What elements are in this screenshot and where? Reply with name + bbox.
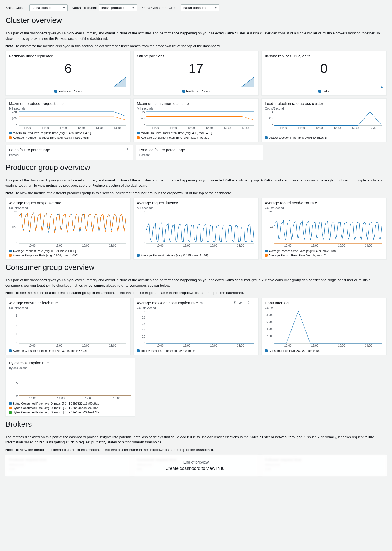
svg-text:12:00: 12:00 <box>60 126 67 129</box>
svg-text:12:00: 12:00 <box>316 126 323 129</box>
big-number: 6 <box>9 61 127 76</box>
svg-text:12:00: 12:00 <box>338 244 345 247</box>
more-icon[interactable]: ⋮ <box>128 361 132 365</box>
cluster-row-2: Maximum producer request time⋮ Milliseco… <box>5 98 387 142</box>
svg-text:13:00: 13:00 <box>365 344 372 347</box>
more-icon[interactable]: ⋮ <box>251 301 255 305</box>
filter-cluster: Kafka Cluster: kafka-cluster <box>5 4 68 11</box>
svg-text:3: 3 <box>16 314 17 317</box>
legend-swatch <box>318 90 321 93</box>
svg-text:8,000: 8,000 <box>266 313 273 316</box>
panel-max-consumer-time: Maximum consumer fetch time⋮ Millisecond… <box>133 98 259 142</box>
more-icon[interactable]: ⋮ <box>251 101 255 105</box>
refresh-icon[interactable]: ⟳ <box>239 301 242 305</box>
panel-isr-delta: In-sync replicas (ISR) delta⋮ 0 Delta <box>261 51 387 96</box>
svg-text:13:30: 13:30 <box>114 126 121 129</box>
more-icon[interactable]: ⋮ <box>251 201 255 205</box>
more-icon[interactable]: ⋮ <box>379 301 383 305</box>
producer-dropdown[interactable]: kafka-producer <box>99 4 137 11</box>
edit-icon[interactable]: ✎ <box>200 301 203 305</box>
more-icon[interactable]: ⋮ <box>379 54 383 58</box>
panel-avg-msg-consumption: Average message consumption rate✎ ⎘ ⟳ ⛶ … <box>133 298 259 355</box>
big-number: 0 <box>265 61 383 76</box>
svg-text:13:00: 13:00 <box>96 126 103 129</box>
cluster-desc: This part of the dashboard gives you a h… <box>5 31 387 41</box>
svg-text:12:00: 12:00 <box>210 244 217 247</box>
svg-text:13:00: 13:00 <box>223 126 231 129</box>
producer-note: Note: To view the metrics of a different… <box>5 190 387 196</box>
consumer-desc: This part of the dashboard gives you a h… <box>5 277 387 288</box>
more-icon[interactable]: ⋮ <box>379 101 383 105</box>
panel-title: Maximum consumer fetch time <box>137 101 189 106</box>
svg-text:10:00: 10:00 <box>157 244 164 247</box>
svg-text:10:00: 10:00 <box>29 344 36 347</box>
divider <box>5 27 387 27</box>
svg-text:0: 0 <box>144 124 145 127</box>
svg-text:12:30: 12:30 <box>78 126 85 129</box>
svg-text:0: 0 <box>272 342 273 345</box>
more-icon[interactable]: ⋮ <box>123 301 127 305</box>
svg-text:1.1: 1.1 <box>14 211 18 213</box>
panel-produce-failure: Produce failure percentage⋮ Percent <box>136 145 264 160</box>
svg-text:12:00: 12:00 <box>188 126 195 129</box>
brokers-row: Producer request time Millisecond 3.00 C… <box>5 455 387 476</box>
copy-icon[interactable]: ⎘ <box>234 301 236 305</box>
filter-consumer: Kafka Consumer Group: kafka-consumer <box>141 4 219 11</box>
svg-text:11:00: 11:00 <box>183 244 190 247</box>
svg-text:0: 0 <box>16 342 17 345</box>
more-icon[interactable]: ⋮ <box>123 101 127 105</box>
svg-text:13:00: 13:00 <box>113 397 120 400</box>
big-number: 17 <box>137 61 255 76</box>
svg-text:0.4: 0.4 <box>142 329 146 332</box>
more-icon[interactable]: ⋮ <box>126 148 130 152</box>
svg-text:12:00: 12:00 <box>82 244 89 247</box>
panel-title: In-sync replicas (ISR) delta <box>265 54 311 58</box>
cluster-row-3: Fetch failure percentage⋮ Percent Produc… <box>5 145 387 160</box>
svg-text:13:00: 13:00 <box>237 344 244 347</box>
svg-text:10:00: 10:00 <box>284 344 292 347</box>
more-icon[interactable]: ⋮ <box>379 201 383 205</box>
panel-max-producer-time: Maximum producer request time⋮ Milliseco… <box>5 98 131 142</box>
svg-text:11:30: 11:30 <box>42 126 49 129</box>
svg-text:0.8: 0.8 <box>142 316 146 319</box>
cluster-dropdown[interactable]: kafka-cluster <box>29 4 68 11</box>
filter-bar: Kafka Cluster: kafka-cluster Kafka Produ… <box>5 3 387 13</box>
svg-text:0.44: 0.44 <box>268 226 273 229</box>
panel-leader-election: Leader election rate across cluster⋮ Cou… <box>261 98 387 142</box>
panel-bytes-consumption: Bytes consumption rate⋮ Bytes/Second 00.… <box>5 358 135 416</box>
panel-fetch-failure: Fetch failure percentage⋮ Percent <box>5 145 133 160</box>
svg-text:10:00: 10:00 <box>284 244 292 247</box>
svg-text:10:00: 10:00 <box>157 344 164 347</box>
panel-partitions-under: Partitions under replicated⋮ 6 Partition… <box>5 51 131 96</box>
more-icon[interactable]: ⋮ <box>256 148 260 152</box>
more-icon[interactable]: ⋮ <box>251 54 255 58</box>
svg-text:0: 0 <box>16 124 17 127</box>
svg-text:2: 2 <box>16 323 17 326</box>
panel-broker-3: Follower request time Millisecond 3.00 <box>261 455 387 476</box>
svg-text:11:00: 11:00 <box>152 126 159 129</box>
svg-text:0.5: 0.5 <box>270 117 274 120</box>
svg-text:12:00: 12:00 <box>210 344 217 347</box>
svg-text:10:00: 10:00 <box>29 244 36 247</box>
panel-title: Partitions under replicated <box>9 54 53 58</box>
cluster-note: Note: To customize the metrics displayed… <box>5 43 387 49</box>
producer-label: Kafka Producer: <box>72 6 97 10</box>
svg-text:11:00: 11:00 <box>55 344 62 347</box>
svg-text:0: 0 <box>16 242 17 245</box>
more-icon[interactable]: ⋮ <box>123 54 127 58</box>
svg-text:13:00: 13:00 <box>351 126 359 129</box>
panel-broker-2: Consumer request time Millisecond 500 <box>133 455 259 476</box>
svg-text:2,000: 2,000 <box>266 335 273 338</box>
consumer-dropdown[interactable]: kafka-consumer <box>181 4 219 11</box>
svg-text:12:30: 12:30 <box>333 126 341 129</box>
panel-title: Offline partitions <box>137 54 164 58</box>
expand-icon[interactable]: ⛶ <box>245 301 249 305</box>
producer-desc: This part of the dashboard gives you a h… <box>5 178 387 188</box>
svg-text:12:00: 12:00 <box>85 397 93 400</box>
panel-title: Leader election rate across cluster <box>265 101 323 106</box>
svg-text:6,000: 6,000 <box>266 320 273 323</box>
more-icon[interactable]: ⋮ <box>123 201 127 205</box>
svg-text:0: 0 <box>144 242 145 245</box>
svg-text:0.88: 0.88 <box>268 211 273 213</box>
consumer-row-2: Bytes consumption rate⋮ Bytes/Second 00.… <box>5 358 387 416</box>
